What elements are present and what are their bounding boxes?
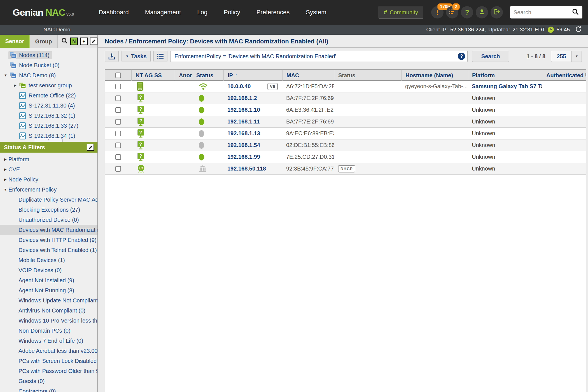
node-row[interactable]: 10.0.0.40V6 A6:72:1D:F5:DA:2E gyeyeon-s-…	[105, 81, 586, 92]
node-row[interactable]: ? 192.168.1.11 BA:7F:7E:2F:76:69 Unknown	[105, 116, 586, 128]
menu-item-system[interactable]: System	[306, 9, 326, 16]
filter-item[interactable]: Windows 7 End-of-Life (0)	[0, 336, 97, 346]
filter-item[interactable]: Agent Not Installed (9)	[0, 275, 97, 285]
page-size-select[interactable]: 255 ▼	[551, 51, 582, 62]
tree-item[interactable]: ▼ NAC Demo (8)	[0, 70, 97, 80]
column-header[interactable]: Authenticated User	[542, 70, 586, 81]
filter-item[interactable]: Devices with HTTP Enabled (9)	[0, 235, 97, 245]
filter-item[interactable]: Unauthorized Device (0)	[0, 215, 97, 225]
menu-item-dashboard[interactable]: Dashboard	[99, 9, 129, 16]
filter-item[interactable]: Duplicate Policy Server MAC Addre	[0, 195, 97, 205]
search-icon[interactable]	[572, 8, 579, 17]
column-header[interactable]: Hostname (Name)	[401, 70, 468, 81]
node-row[interactable]: IoT 192.168.50.118 92:3B:45:9F:CA:77 DHC…	[105, 163, 586, 175]
column-header[interactable]: Status	[192, 70, 223, 81]
row-checkbox[interactable]	[115, 107, 121, 113]
filter-item[interactable]: ▼ Enforcement Policy	[0, 185, 97, 195]
filter-expand-arrow-icon[interactable]: ▶	[2, 157, 8, 161]
search-button[interactable]: Search	[472, 51, 509, 62]
logout-button[interactable]	[491, 6, 503, 18]
node-row[interactable]: ? 192.168.1.13 9A:EC:E6:89:EB:E2 Unknown	[105, 128, 586, 139]
ip-link[interactable]: 192.168.1.54	[227, 142, 260, 148]
filter-item[interactable]: Blocking Exceptions (27)	[0, 205, 97, 215]
tab-group[interactable]: Group	[29, 35, 58, 48]
community-button[interactable]: # Community	[379, 6, 423, 19]
filter-item[interactable]: ▶ Node Policy	[0, 174, 97, 185]
view-options-button[interactable]	[153, 51, 167, 62]
filter-item[interactable]: Agent Not Running (8)	[0, 285, 97, 295]
pending-tasks-button[interactable]: 2	[446, 6, 458, 18]
edit-tree-icon[interactable]	[90, 38, 97, 45]
tree-item[interactable]: S-172.31.11.30 (4)	[0, 101, 97, 111]
global-search-input[interactable]	[514, 9, 572, 16]
column-header[interactable]: IP↑	[223, 70, 282, 81]
tree-item[interactable]: Node Bucket (0)	[0, 60, 97, 70]
add-icon[interactable]: +	[80, 38, 88, 45]
edit-filters-icon[interactable]	[87, 144, 94, 151]
menu-item-log[interactable]: Log	[197, 9, 207, 16]
node-row[interactable]: ? 192.168.1.2 BA:7F:7E:2F:76:69 Unknown	[105, 92, 586, 104]
ip-link[interactable]: 192.168.1.99	[227, 154, 260, 160]
filter-item[interactable]: Antivirus Not Compliant (0)	[0, 305, 97, 316]
node-row[interactable]: ? 192.168.1.54 02:DE:B1:55:EB:86 Unknown	[105, 139, 586, 151]
filter-item[interactable]: Contractors (0)	[0, 386, 97, 392]
column-header[interactable]: NT AG SS	[131, 70, 175, 81]
menu-item-management[interactable]: Management	[145, 9, 181, 16]
row-checkbox[interactable]	[115, 95, 121, 101]
filter-item[interactable]: VOIP Devices (0)	[0, 265, 97, 275]
row-checkbox[interactable]	[115, 119, 121, 125]
filter-item[interactable]: Devices with MAC Randomization Enabled	[0, 225, 97, 235]
column-header[interactable]: Platform	[468, 70, 542, 81]
tree-collapse-handle[interactable]: ▾	[35, 138, 63, 142]
row-checkbox[interactable]	[115, 131, 121, 136]
tree-item[interactable]: Nodes (114)	[0, 50, 97, 60]
menu-item-policy[interactable]: Policy	[224, 9, 240, 16]
column-header[interactable]: Anomaly	[175, 70, 192, 81]
ip-link[interactable]: 10.0.0.40	[227, 83, 251, 90]
row-checkbox[interactable]	[115, 166, 121, 172]
filter-item[interactable]: PCs with Screen Lock Disabled (0)	[0, 356, 97, 366]
node-row[interactable]: ? 192.168.1.99 7E:25:CD:27:D0:31 Unknown	[105, 151, 586, 163]
row-checkbox[interactable]	[115, 84, 121, 89]
filter-item[interactable]: Guests (0)	[0, 376, 97, 386]
tree-item[interactable]: ▶ test sensor group	[0, 80, 97, 90]
select-all-checkbox[interactable]	[115, 73, 121, 78]
filter-item[interactable]: Mobile Devices (1)	[0, 255, 97, 265]
tree-expand-arrow-icon[interactable]: ▼	[3, 73, 8, 77]
tree-expand-arrow-icon[interactable]: ▶	[12, 83, 18, 87]
row-checkbox[interactable]	[115, 143, 121, 148]
column-header[interactable]: MAC	[282, 70, 334, 81]
menu-item-preferences[interactable]: Preferences	[256, 9, 290, 16]
ip-link[interactable]: 192.168.1.11	[227, 118, 260, 125]
tree-search-icon[interactable]	[61, 37, 68, 45]
new-node-icon[interactable]: N	[70, 38, 78, 45]
filter-item[interactable]: Windows Update Not Compliant (0)	[0, 295, 97, 305]
tree-item[interactable]: S-192.168.1.32 (1)	[0, 111, 97, 121]
column-header[interactable]: Status	[334, 70, 401, 81]
filter-item[interactable]: PCs with Password Older than 90 D	[0, 366, 97, 376]
tab-sensor[interactable]: Sensor	[0, 35, 29, 48]
platform-link[interactable]: Samsung Galaxy Tab S7 Tab	[472, 83, 542, 90]
alerts-button[interactable]: ! 1705	[431, 6, 444, 18]
filter-item[interactable]: ▶ CVE	[0, 164, 97, 174]
tree-item[interactable]: Remote Office (22)	[0, 90, 97, 101]
account-button[interactable]	[476, 6, 488, 18]
filter-item[interactable]: Non-Domain PCs (0)	[0, 326, 97, 336]
ip-link[interactable]: 192.168.50.118	[227, 165, 266, 172]
help-button[interactable]: ?	[461, 6, 473, 18]
row-checkbox[interactable]	[115, 154, 121, 160]
export-button[interactable]	[105, 51, 119, 62]
ip-link[interactable]: 192.168.1.2	[227, 95, 257, 101]
filter-item[interactable]: Devices with Telnet Enabled (1)	[0, 245, 97, 255]
node-row[interactable]: ? 192.168.1.10 6A:E3:36:41:2F:E2 Unknown	[105, 104, 586, 116]
filter-item[interactable]: Adobe Acrobat less than v23.003.2	[0, 346, 97, 356]
tasks-dropdown-button[interactable]: ▼ Tasks	[122, 51, 151, 62]
filter-item[interactable]: ▶ Platform	[0, 154, 97, 164]
tree-item[interactable]: S-192.168.1.33 (27)	[0, 121, 97, 131]
filter-expand-arrow-icon[interactable]: ▼	[2, 188, 8, 192]
filter-expand-arrow-icon[interactable]: ▶	[2, 178, 8, 181]
ip-link[interactable]: 192.168.1.10	[227, 107, 260, 113]
ip-link[interactable]: 192.168.1.13	[227, 130, 260, 137]
query-help-icon[interactable]: ?	[458, 53, 465, 60]
filter-item[interactable]: Windows 10 Pro Version less than	[0, 316, 97, 326]
